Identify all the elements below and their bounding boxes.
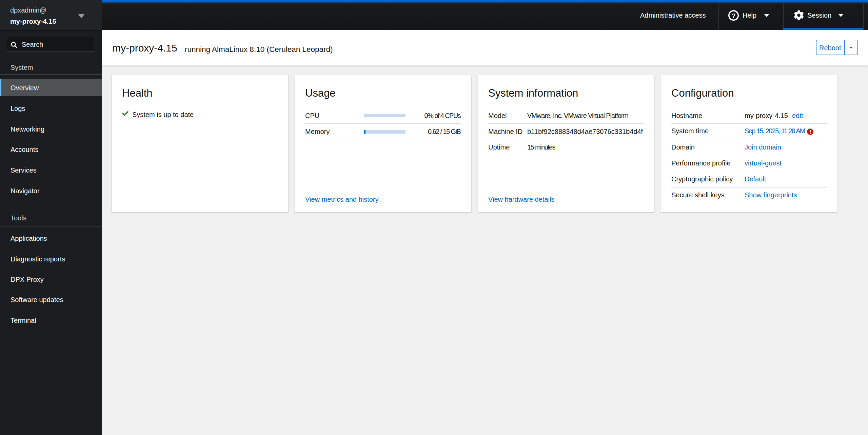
svg-text:?: ? [732,12,736,19]
